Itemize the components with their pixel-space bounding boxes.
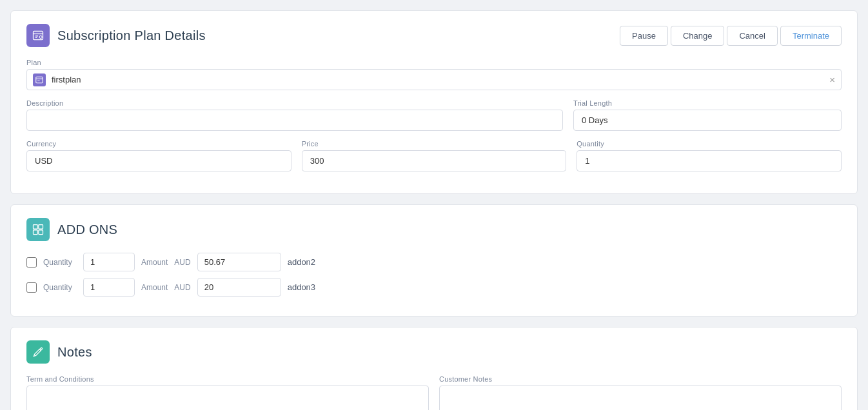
subscription-plan-card: Subscription Plan Details Pause Change C… <box>10 10 858 194</box>
currency-field: Currency <box>26 140 291 171</box>
customer-notes-textarea[interactable] <box>439 386 842 410</box>
page-wrapper: Subscription Plan Details Pause Change C… <box>10 10 858 410</box>
pause-button[interactable]: Pause <box>620 26 668 46</box>
plan-icon <box>33 73 46 86</box>
addons-title: ADD ONS <box>57 222 117 237</box>
addon2-qty-label: Quantity <box>43 283 77 292</box>
addons-icon-box <box>26 218 50 241</box>
subscription-icon <box>32 29 44 42</box>
addon-row-2: Quantity Amount AUD addon3 <box>26 278 842 297</box>
card-header: Subscription Plan Details Pause Change C… <box>26 24 842 47</box>
currency-input[interactable] <box>26 150 291 171</box>
quantity-label: Quantity <box>577 140 842 148</box>
trial-length-input[interactable] <box>573 110 842 131</box>
terms-field: Term and Conditions <box>26 375 429 410</box>
subscription-icon-box <box>26 24 50 47</box>
svg-rect-5 <box>36 77 43 83</box>
description-trial-row: Description Trial Length <box>26 99 842 131</box>
terminate-button[interactable]: Terminate <box>780 26 842 46</box>
currency-label: Currency <box>26 140 291 148</box>
page-title: Subscription Plan Details <box>57 28 206 43</box>
cancel-button[interactable]: Cancel <box>727 26 777 46</box>
description-input[interactable] <box>26 110 563 131</box>
currency-price-qty-row: Currency Price Quantity <box>26 140 842 171</box>
plan-inner-icon <box>35 75 44 84</box>
svg-rect-10 <box>34 230 38 235</box>
terms-label: Term and Conditions <box>26 375 429 383</box>
plan-input-wrapper: × <box>26 69 842 90</box>
notes-card-header: Notes <box>26 340 842 364</box>
plan-clear-icon[interactable]: × <box>829 75 835 84</box>
plan-row: Plan × <box>26 59 842 90</box>
notes-title: Notes <box>57 345 92 360</box>
notes-row: Term and Conditions Customer Notes <box>26 375 842 410</box>
card-title-group: Subscription Plan Details <box>26 24 206 47</box>
description-field: Description <box>26 99 563 131</box>
svg-rect-8 <box>34 225 38 229</box>
addon2-qty-input[interactable] <box>83 278 135 297</box>
addon1-amount-label: Amount <box>141 258 168 267</box>
price-input[interactable] <box>302 150 567 171</box>
terms-textarea[interactable] <box>26 386 429 410</box>
trial-length-label: Trial Length <box>573 99 842 107</box>
description-label: Description <box>26 99 563 107</box>
notes-title-group: Notes <box>26 340 92 364</box>
addon1-checkbox[interactable] <box>26 257 37 268</box>
addon2-checkbox[interactable] <box>26 282 37 293</box>
svg-rect-11 <box>39 230 43 235</box>
addons-card: ADD ONS Quantity Amount AUD addon2 Quant… <box>10 204 858 317</box>
svg-point-4 <box>39 35 42 38</box>
customer-notes-label: Customer Notes <box>439 375 842 383</box>
change-button[interactable]: Change <box>671 26 725 46</box>
addon1-name: addon2 <box>288 257 315 267</box>
addons-title-group: ADD ONS <box>26 218 117 241</box>
price-field: Price <box>302 140 567 171</box>
price-label: Price <box>302 140 567 148</box>
addon2-amount-input[interactable] <box>197 278 281 297</box>
plan-input[interactable] <box>26 69 842 90</box>
header-actions: Pause Change Cancel Terminate <box>620 26 842 46</box>
addon1-currency: AUD <box>174 258 190 267</box>
quantity-field: Quantity <box>577 140 842 171</box>
notes-card: Notes Term and Conditions Customer Notes <box>10 327 858 410</box>
svg-rect-9 <box>39 225 43 229</box>
addon-row-1: Quantity Amount AUD addon2 <box>26 253 842 271</box>
trial-length-field: Trial Length <box>573 99 842 131</box>
addons-icon <box>32 223 44 236</box>
customer-notes-field: Customer Notes <box>439 375 842 410</box>
quantity-input[interactable] <box>577 150 842 171</box>
addon2-name: addon3 <box>288 282 315 292</box>
notes-pencil-icon <box>32 346 44 358</box>
addons-card-header: ADD ONS <box>26 218 842 241</box>
plan-label: Plan <box>26 59 842 66</box>
plan-field: Plan × <box>26 59 842 90</box>
addon1-amount-input[interactable] <box>197 253 281 271</box>
addon1-qty-label: Quantity <box>43 258 77 267</box>
addon1-qty-input[interactable] <box>83 253 135 271</box>
addon2-currency: AUD <box>174 283 190 292</box>
addon2-amount-label: Amount <box>141 283 168 292</box>
notes-icon-box <box>26 340 50 364</box>
